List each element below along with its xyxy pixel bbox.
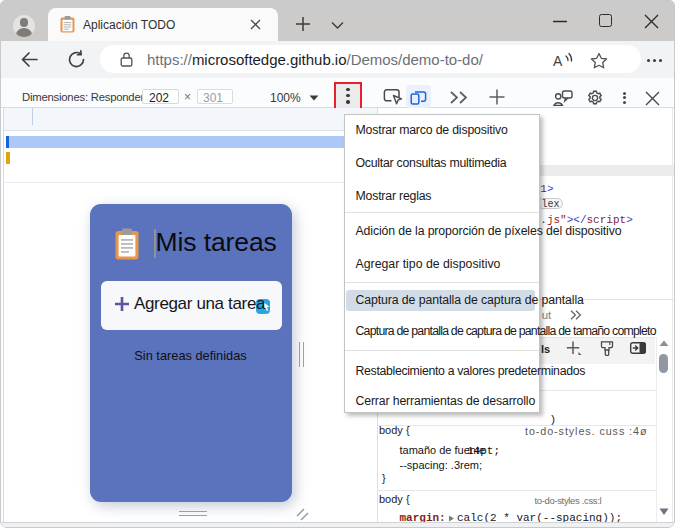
svg-text:A: A (553, 53, 563, 69)
